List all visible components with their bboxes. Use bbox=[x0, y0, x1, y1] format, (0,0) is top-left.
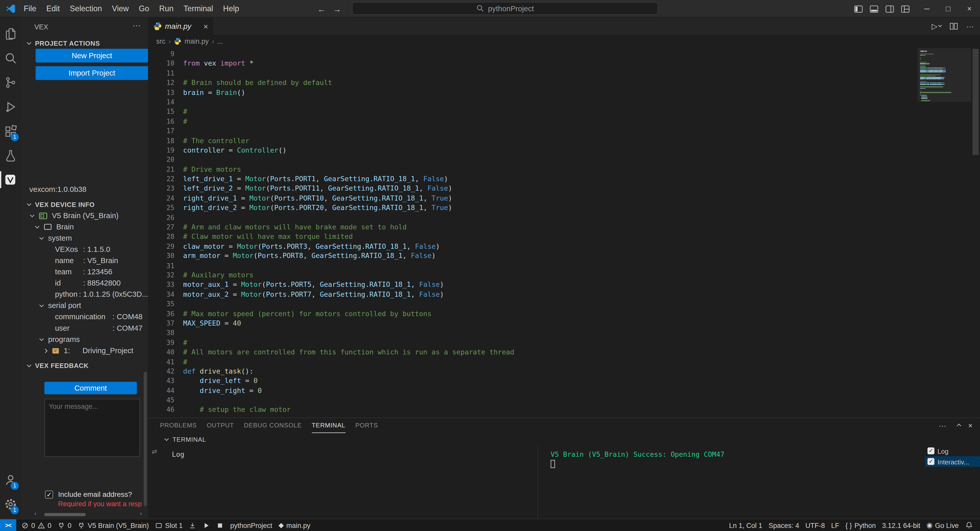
line-number[interactable]: 10 bbox=[148, 59, 174, 68]
code-line[interactable]: 27# Arm and claw motors will have brake … bbox=[148, 223, 918, 232]
status-vex-download[interactable] bbox=[186, 519, 200, 531]
code-line[interactable]: 30arm_motor = Motor(Ports.PORT8, GearSet… bbox=[148, 251, 918, 261]
scroll-left-icon[interactable]: ‹ bbox=[35, 510, 36, 517]
scroll-right-icon[interactable]: › bbox=[140, 510, 142, 517]
code-line[interactable]: 41# bbox=[148, 357, 918, 367]
line-number[interactable]: 34 bbox=[148, 290, 174, 300]
activitybar-run-and-debug[interactable] bbox=[0, 94, 21, 119]
line-number[interactable]: 25 bbox=[148, 203, 174, 213]
line-number[interactable]: 30 bbox=[148, 251, 174, 261]
line-number[interactable]: 13 bbox=[148, 88, 174, 97]
toggle-sidebar-icon[interactable] bbox=[854, 4, 863, 14]
activitybar-settings[interactable]: 1 bbox=[0, 492, 21, 516]
line-number[interactable]: 27 bbox=[148, 223, 174, 232]
line-number[interactable]: 38 bbox=[148, 328, 174, 338]
code-line[interactable]: 29claw_motor = Motor(Ports.PORT3, GearSe… bbox=[148, 242, 918, 251]
code-line[interactable]: 11 bbox=[148, 68, 918, 78]
status-remote-indicator[interactable]: >< bbox=[0, 519, 16, 531]
line-number[interactable]: 23 bbox=[148, 184, 174, 194]
line-number[interactable]: 24 bbox=[148, 194, 174, 203]
scrollbar-thumb[interactable] bbox=[973, 49, 979, 155]
code-line[interactable]: 23left_drive_2 = Motor(Ports.PORT11, Gea… bbox=[148, 184, 918, 194]
line-number[interactable]: 35 bbox=[148, 299, 174, 309]
import-project-button[interactable]: Import Project bbox=[36, 66, 148, 80]
line-number[interactable]: 20 bbox=[148, 155, 174, 165]
code-line[interactable]: 16# bbox=[148, 117, 918, 126]
sidebar-horizontal-scrollbar[interactable]: ‹ › bbox=[35, 512, 142, 517]
line-number[interactable]: 44 bbox=[148, 386, 174, 396]
status-vex-device[interactable]: V5 Brain (V5_Brain) bbox=[75, 519, 152, 531]
line-number[interactable]: 45 bbox=[148, 396, 174, 405]
maximize-button[interactable]: □ bbox=[937, 0, 959, 17]
device-tree-item[interactable]: communication: COM48 bbox=[21, 311, 148, 323]
line-number[interactable]: 17 bbox=[148, 126, 174, 136]
panel-tab-debug-console[interactable]: DEBUG CONSOLE bbox=[244, 418, 302, 433]
code-line[interactable]: 15# bbox=[148, 107, 918, 117]
device-tree-item[interactable]: name: V5_Brain bbox=[21, 255, 148, 266]
line-number[interactable]: 26 bbox=[148, 213, 174, 223]
device-tree-item[interactable]: id: 88542800 bbox=[21, 277, 148, 289]
status-python-interpreter[interactable]: 3.12.1 64-bit bbox=[879, 519, 923, 531]
toggle-secondary-sidebar-icon[interactable] bbox=[885, 4, 894, 14]
line-number[interactable]: 9 bbox=[148, 49, 174, 59]
activitybar-search[interactable] bbox=[0, 46, 21, 70]
code-line[interactable]: 44 drive_right = 0 bbox=[148, 386, 918, 396]
status-indentation[interactable]: Spaces: 4 bbox=[765, 519, 802, 531]
code-line[interactable]: 22left_drive_1 = Motor(Ports.PORT1, Gear… bbox=[148, 174, 918, 184]
activitybar-vex[interactable] bbox=[0, 167, 21, 192]
device-tree-item[interactable]: Brain bbox=[21, 221, 148, 232]
device-tree-item[interactable]: system bbox=[21, 232, 148, 244]
line-number[interactable]: 37 bbox=[148, 319, 174, 328]
command-center-search[interactable]: pythonProject bbox=[352, 2, 658, 15]
device-tree-item[interactable]: user: COM47 bbox=[21, 323, 148, 334]
device-tree-item[interactable]: 1:Driving_Project bbox=[21, 345, 148, 356]
status-language-mode[interactable]: { }Python bbox=[842, 519, 879, 531]
device-tree-item[interactable]: team: 123456 bbox=[21, 266, 148, 277]
sidebar-vertical-scrollbar[interactable] bbox=[144, 372, 147, 506]
line-number[interactable]: 42 bbox=[148, 367, 174, 376]
line-number[interactable]: 12 bbox=[148, 78, 174, 88]
status-go-live[interactable]: ◉Go Live bbox=[923, 519, 962, 531]
code-line[interactable]: 38 bbox=[148, 328, 918, 338]
scrollbar-thumb[interactable] bbox=[45, 513, 86, 516]
panel-tab-terminal[interactable]: TERMINAL bbox=[312, 418, 345, 433]
comment-button[interactable]: Comment bbox=[45, 382, 137, 394]
terminal-group-header[interactable]: TERMINAL bbox=[148, 433, 980, 445]
panel-tab-problems[interactable]: PROBLEMS bbox=[160, 418, 197, 433]
line-number[interactable]: 36 bbox=[148, 309, 174, 319]
code-line[interactable]: 18# The controller bbox=[148, 136, 918, 146]
menu-file[interactable]: File bbox=[19, 4, 41, 13]
code-line[interactable]: 10from vex import * bbox=[148, 59, 918, 68]
line-number[interactable]: 15 bbox=[148, 107, 174, 117]
line-number[interactable]: 16 bbox=[148, 117, 174, 126]
line-number[interactable]: 22 bbox=[148, 174, 174, 184]
code-line[interactable]: 20 bbox=[148, 155, 918, 165]
code-line[interactable]: 9 bbox=[148, 49, 918, 59]
toggle-panel-icon[interactable] bbox=[870, 4, 879, 14]
code-line[interactable]: 19controller = Controller() bbox=[148, 145, 918, 155]
line-number[interactable]: 46 bbox=[148, 405, 174, 415]
device-tree-item[interactable]: python: 1.0.1.25 (0x5C3D... bbox=[21, 289, 148, 300]
code-line[interactable]: 43 drive_left = 0 bbox=[148, 376, 918, 386]
activitybar-accounts[interactable]: 1 bbox=[0, 467, 21, 492]
editor-vertical-scrollbar[interactable] bbox=[971, 48, 980, 417]
split-editor-icon[interactable] bbox=[950, 22, 958, 30]
device-tree-item[interactable]: programs bbox=[21, 334, 148, 345]
line-number[interactable]: 39 bbox=[148, 338, 174, 348]
minimap[interactable] bbox=[918, 48, 971, 417]
minimize-button[interactable]: ─ bbox=[916, 0, 937, 17]
menu-view[interactable]: View bbox=[107, 4, 134, 13]
section-vex-feedback[interactable]: VEX FEEDBACK bbox=[21, 360, 148, 371]
line-number[interactable]: 31 bbox=[148, 261, 174, 271]
new-project-button[interactable]: New Project bbox=[36, 49, 148, 62]
status-encoding[interactable]: UTF-8 bbox=[802, 519, 828, 531]
tab-close-icon[interactable]: × bbox=[204, 21, 208, 31]
terminal-tab-interactiv[interactable]: ✓Interactiv... bbox=[925, 456, 980, 467]
code-line[interactable]: 28# Claw motor will have max torque limi… bbox=[148, 232, 918, 242]
panel-tab-ports[interactable]: PORTS bbox=[355, 418, 378, 433]
status-active-file[interactable]: ◆main.py bbox=[275, 519, 313, 531]
editor-more-icon[interactable]: ··· bbox=[966, 22, 974, 30]
breadcrumb-item[interactable]: src bbox=[156, 38, 165, 45]
code-line[interactable]: 24right_drive_1 = Motor(Ports.PORT10, Ge… bbox=[148, 194, 918, 203]
line-number[interactable]: 29 bbox=[148, 242, 174, 251]
